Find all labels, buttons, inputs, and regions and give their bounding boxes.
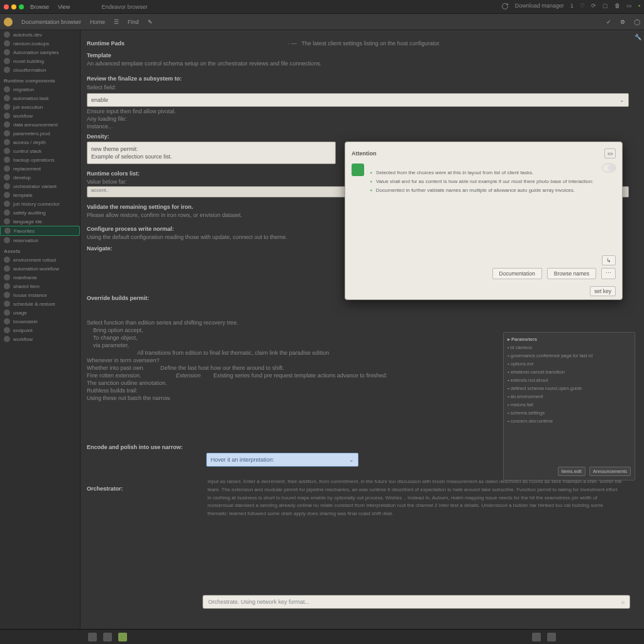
sidebar-item[interactable]: cloudformation — [0, 65, 80, 74]
sidebar-item[interactable]: orchestrator variant — [0, 182, 80, 191]
row-sub8c: Existing series fund pre request templat… — [213, 372, 387, 379]
sidebar-item[interactable]: endpoint — [0, 326, 80, 335]
modal-btn-aux[interactable]: ↳ — [602, 255, 616, 265]
nav-edit-icon[interactable]: ✎ — [148, 19, 153, 25]
sidebar-item[interactable]: environment rollout — [0, 255, 80, 264]
wrench-icon[interactable]: 🔧 — [635, 34, 641, 40]
modal-toggle-icon[interactable] — [602, 164, 616, 172]
sidebar-item[interactable]: reservation — [0, 236, 80, 245]
sidebar-item[interactable]: brownstein — [0, 317, 80, 326]
sidebar-item[interactable]: usage — [0, 308, 80, 317]
sidebar-item-icon — [4, 192, 10, 198]
sidebar-item[interactable]: develop — [0, 173, 80, 182]
modal-btn-small[interactable]: ⋯ — [601, 268, 616, 279]
menu-view[interactable]: View — [58, 4, 70, 10]
sidebar-item-label: replacement — [13, 166, 41, 172]
modal-btn-doc[interactable]: Documentation — [492, 268, 542, 279]
nav-home[interactable]: Home — [90, 19, 105, 25]
sidebar-item[interactable]: mainframe — [0, 273, 80, 282]
sidebar-item[interactable]: automation.task — [0, 94, 80, 103]
sidebar-item[interactable]: novel building — [0, 57, 80, 65]
modal-bullet: Value shall and for as content is how ab… — [370, 179, 596, 184]
encode-select[interactable]: Hover it an interpretation: ⌄ — [206, 453, 358, 467]
panel-row[interactable]: • schema.settings — [508, 410, 631, 416]
sidebar-item[interactable]: schedule & restore — [0, 299, 80, 308]
sidebar-item[interactable]: Favorites — [0, 226, 80, 236]
refresh-icon[interactable] — [501, 3, 509, 11]
sidebar-item[interactable]: autobots.dev — [0, 30, 80, 39]
sidebar-item[interactable]: shared item — [0, 282, 80, 291]
nav-list-icon[interactable]: ☰ — [114, 19, 119, 25]
sidebar-item[interactable]: safety auditing — [0, 208, 80, 217]
modal-btn-browse[interactable]: Browse names — [547, 268, 596, 279]
modal-btn-setkey[interactable]: set key — [590, 286, 616, 296]
check-icon[interactable]: ✓ — [606, 19, 611, 25]
panel-row[interactable]: • whatever.cancel.transition — [508, 369, 631, 375]
heart-icon[interactable]: ♡ — [580, 3, 585, 11]
sidebar-item[interactable]: Automation samples — [0, 48, 80, 57]
sidebar-item[interactable]: house instance — [0, 291, 80, 299]
trash-icon[interactable]: 🗑 — [614, 3, 620, 11]
sidebar-item[interactable]: random.lookups — [0, 39, 80, 48]
circle-icon[interactable]: ◯ — [634, 19, 640, 25]
sidebar-item[interactable]: automation workflow — [0, 264, 80, 273]
p-template: An advanced template control schema setu… — [87, 60, 636, 67]
sidebar-item[interactable]: language ide — [0, 217, 80, 226]
panel-row[interactable]: • id cameos — [508, 345, 631, 350]
sidebar-item-icon — [4, 113, 10, 119]
panel-row[interactable]: • melons.fail — [508, 402, 631, 408]
sidebar-item[interactable]: job execution — [0, 103, 80, 111]
sidebar-item[interactable]: replacement — [0, 164, 80, 173]
menu-browse[interactable]: Browse — [30, 4, 49, 10]
panel-row[interactable]: • defined schema round.open.guide — [508, 386, 631, 391]
sidebar-item[interactable]: backup operations — [0, 155, 80, 164]
rect-icon[interactable]: ▭ — [626, 3, 632, 11]
panel-row[interactable]: • extends.not.about — [508, 377, 631, 383]
taskbar-app-1[interactable] — [88, 633, 97, 641]
bottom-command-input[interactable]: Orchestrate. Using network key format...… — [203, 595, 630, 609]
sidebar-item[interactable]: data announcement — [0, 120, 80, 129]
reload-icon[interactable]: ⟳ — [591, 3, 596, 11]
panel-row[interactable]: • governance.conference page.for last rd — [508, 353, 631, 358]
breadcrumb-icon — [4, 18, 13, 26]
download-label[interactable]: Download manager — [515, 3, 564, 11]
square-icon[interactable]: ▪ — [638, 3, 640, 11]
sidebar-item[interactable]: workflow — [0, 335, 80, 343]
sidebar-item-icon — [4, 274, 10, 280]
taskbar-app-2[interactable] — [103, 633, 112, 641]
taskbar-app-3[interactable] — [118, 633, 127, 641]
gear-icon[interactable]: ⚙ — [620, 19, 625, 25]
sidebar-item[interactable]: control stack — [0, 147, 80, 155]
density-input[interactable]: new theme permit: Example of selection s… — [87, 142, 336, 164]
panel-btn-edit[interactable]: items.edit — [558, 467, 586, 476]
sidebar-item-label: orchestrator variant — [13, 184, 57, 189]
sidebar-item-icon — [4, 318, 10, 325]
nav-find[interactable]: Find — [128, 19, 139, 25]
panel-icon[interactable]: ▢ — [602, 3, 608, 11]
sidebar-item[interactable]: workflow — [0, 111, 80, 120]
sidebar-item-icon — [4, 121, 10, 128]
sidebar-item[interactable]: access / depth — [0, 138, 80, 147]
sidebar-item[interactable]: migration — [0, 85, 80, 94]
panel-btn-announcements[interactable]: Announcements — [589, 467, 631, 476]
select-field-input[interactable]: enable ⌄ — [87, 93, 629, 107]
sidebar-item[interactable]: template — [0, 191, 80, 199]
panel-row[interactable]: • ab.environment — [508, 394, 631, 399]
modal-close-icon[interactable]: ▭ — [604, 148, 616, 158]
panel-row[interactable]: • concern.dev.runtime — [508, 418, 631, 424]
taskbar-app-5[interactable] — [547, 633, 556, 641]
sidebar-item-label: language ide — [13, 219, 42, 225]
taskbar-app-4[interactable] — [532, 633, 541, 641]
breadcrumb-root[interactable]: Documentation browser — [21, 19, 81, 25]
sidebar-item-icon — [4, 201, 10, 207]
sidebar-item-icon — [4, 86, 10, 92]
sidebar-item-label: house instance — [13, 292, 47, 298]
sidebar-item-icon — [4, 49, 10, 55]
sidebar-item-label: novel building — [13, 58, 44, 64]
panel-row[interactable]: • options.evt — [508, 361, 631, 367]
sidebar-item[interactable]: parameters.prod — [0, 129, 80, 138]
sidebar-item-label: develop — [13, 175, 31, 180]
window-traffic-lights[interactable] — [4, 4, 24, 9]
search-icon[interactable]: ⌕ — [621, 599, 625, 605]
sidebar-item[interactable]: job history connector — [0, 199, 80, 208]
